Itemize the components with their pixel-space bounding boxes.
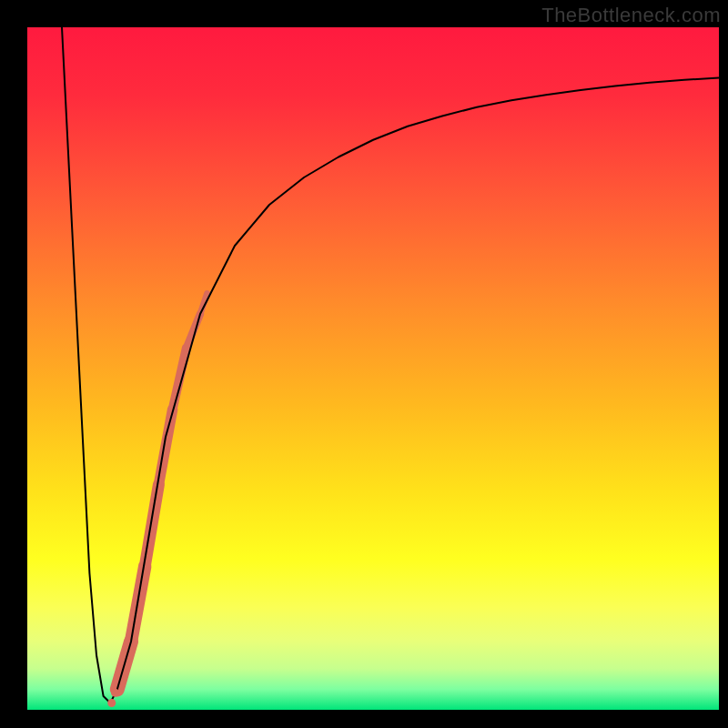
highlight-segment	[117, 294, 207, 690]
curve-layer	[27, 27, 719, 710]
svg-point-8	[107, 699, 116, 707]
svg-point-9	[111, 689, 119, 697]
plot-area	[27, 27, 719, 710]
svg-line-5	[173, 349, 187, 410]
svg-line-3	[145, 485, 158, 567]
bottleneck-curve	[62, 27, 719, 703]
chart-stage: TheBottleneck.com	[0, 0, 728, 728]
watermark-text: TheBottleneck.com	[541, 4, 721, 27]
